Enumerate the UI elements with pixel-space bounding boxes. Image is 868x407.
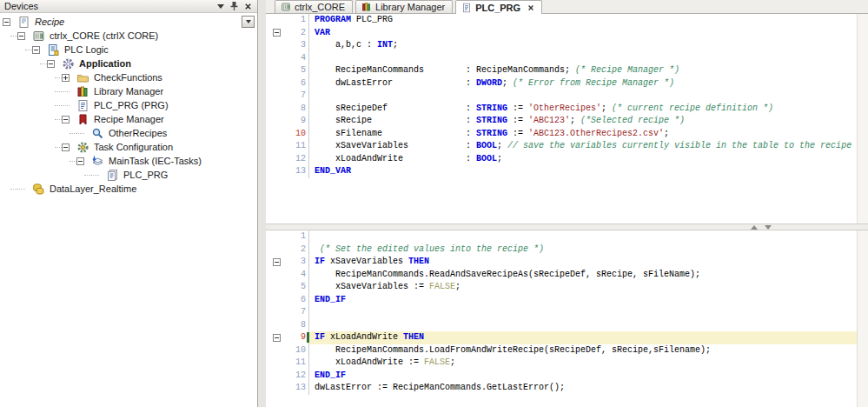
token-pl: ; [450, 357, 455, 367]
line-number: 11 [287, 357, 306, 370]
code-text[interactable]: VAR [308, 27, 868, 40]
declaration-line-10: 10 sFilename : STRING := 'ABC123.OtherRe… [266, 128, 868, 141]
fold-collapse-icon[interactable] [273, 29, 281, 37]
tree-guide-line [55, 105, 62, 106]
code-text[interactable]: RecipeManCommands : RecipeManCommands; (… [308, 64, 868, 77]
code-text[interactable]: dwLastError := RecipeManCommands.GetLast… [308, 382, 868, 395]
tree-item-otherrecipes[interactable]: OtherRecipes [0, 126, 257, 140]
fold-margin [266, 357, 287, 370]
tree-guide-line [10, 189, 17, 190]
tree-item-plc-prg-prg[interactable]: PLC_PRG (PRG) [0, 98, 257, 112]
code-text[interactable]: a,b,c : INT; [308, 39, 868, 52]
tree-item-checkfunctions[interactable]: CheckFunctions [0, 70, 257, 84]
tree-item-recipe-manager[interactable]: Recipe Manager [0, 112, 257, 126]
fold-collapse-icon[interactable] [273, 258, 281, 266]
token-kw: STRING [476, 116, 507, 125]
collapse-icon[interactable] [32, 46, 40, 54]
code-text[interactable] [308, 90, 868, 103]
device-version-dropdown[interactable] [242, 16, 255, 28]
tree-item-label: Recipe [34, 17, 64, 27]
code-text[interactable]: END_IF [308, 294, 868, 307]
program-icon [461, 3, 472, 13]
tree-item-library-manager[interactable]: Library Manager [0, 84, 257, 98]
tree-item-maintask-iec-tasks[interactable]: MainTask (IEC-Tasks) [0, 154, 257, 168]
fold-margin [266, 281, 287, 294]
code-text[interactable] [308, 306, 868, 319]
collapse-icon[interactable] [3, 18, 10, 26]
code-text[interactable]: END_IF [308, 370, 868, 383]
expand-icon[interactable] [62, 74, 70, 82]
tree-item-recipe[interactable]: Recipe [0, 15, 257, 29]
code-text[interactable]: RecipeManCommands.LoadFromAndWriteRecipe… [308, 344, 868, 357]
line-number: 3 [287, 39, 306, 52]
tree-guide-line [91, 175, 99, 176]
line-number: 1 [287, 230, 306, 244]
code-text[interactable]: IF xLoadAndWrite THEN [308, 331, 868, 344]
fold-collapse-icon[interactable] [273, 334, 281, 342]
splitter-up-icon[interactable] [751, 225, 758, 230]
implementation-line-13: 13dwLastError := RecipeManCommands.GetLa… [266, 382, 868, 395]
line-number: 6 [287, 77, 306, 90]
implementation-line-5: 5 xSaveVariables := FALSE; [266, 281, 868, 294]
tab-ctrlx-core[interactable]: ctrlx_CORE [275, 0, 353, 13]
panel-close-button[interactable] [242, 1, 255, 12]
code-text[interactable]: xLoadAndWrite : BOOL; [308, 153, 868, 166]
fold-margin [266, 269, 287, 282]
implementation-line-9: 9IF xLoadAndWrite THEN [266, 331, 868, 344]
token-str: 'ABC123.OtherRecipes2.csv' [528, 129, 664, 138]
code-text[interactable]: RecipeManCommands.ReadAndSaveRecipeAs(sR… [308, 269, 868, 282]
collapse-icon[interactable] [62, 116, 70, 123]
code-text[interactable] [308, 230, 868, 244]
code-text[interactable] [308, 52, 868, 65]
code-text[interactable]: sRecipe : STRING := 'ABC123'; (*Selected… [308, 115, 868, 128]
code-text[interactable]: IF xSaveVariables THEN [308, 256, 868, 269]
tree-item-datalayer-realtime[interactable]: DataLayer_Realtime [0, 182, 257, 196]
token-pl: ; [393, 40, 398, 50]
collapse-icon[interactable] [76, 157, 84, 165]
editor-splitter[interactable] [266, 224, 868, 230]
devices-panel-header: Devices [0, 0, 257, 13]
code-text[interactable]: PROGRAM PLC_PRG [308, 14, 868, 27]
editor-vertical-scrollbar[interactable] [857, 14, 868, 407]
code-text[interactable]: xSaveVariables := FALSE; [308, 281, 868, 294]
fold-margin [266, 370, 287, 383]
code-text[interactable]: sFilename : STRING := 'ABC123.OtherRecip… [308, 128, 868, 141]
tree-item-ctrlx-core-ctrlx-core[interactable]: ctrlx_CORE (ctrlX CORE) [0, 29, 257, 43]
token-pl: := [507, 116, 528, 125]
code-text[interactable]: dwLastError : DWORD; (* Error from Recip… [308, 77, 868, 90]
code-text[interactable] [308, 319, 868, 332]
line-number: 3 [287, 256, 306, 269]
tab-close-icon[interactable] [527, 4, 534, 11]
tree-item-plc-logic[interactable]: PLC Logic [0, 43, 257, 57]
token-cmt: (* Error from Recipe Manager *) [513, 78, 674, 88]
tree-item-application[interactable]: Application [0, 57, 257, 70]
token-kw: STRING [476, 129, 507, 138]
splitter-down-icon[interactable] [765, 225, 772, 230]
declaration-line-7: 7 [266, 90, 868, 103]
token-cst: FALSE [429, 282, 455, 291]
code-text[interactable]: sRecipeDef : STRING := 'OtherRecipes'; (… [308, 103, 868, 116]
code-text[interactable]: xSaveVariables : BOOL; // save the varia… [308, 140, 868, 153]
fold-margin [266, 294, 287, 307]
tab-plc-prg[interactable]: PLC_PRG [455, 0, 542, 14]
collapse-icon[interactable] [17, 32, 25, 40]
panel-menu-button[interactable] [214, 1, 227, 12]
code-text[interactable]: END_VAR [308, 165, 868, 178]
token-pl: := [507, 103, 528, 113]
tree-guide-line [25, 50, 32, 50]
tree-item-task-configuration[interactable]: Task Configuration [0, 140, 257, 154]
token-pl: ; [455, 282, 461, 291]
tab-label: Library Manager [375, 2, 445, 12]
panel-pin-button[interactable] [228, 1, 241, 12]
fold-margin [266, 128, 287, 141]
tree-item-plc-prg[interactable]: PLC_PRG [0, 168, 257, 182]
tab-library-manager[interactable]: Library Manager [355, 0, 453, 13]
tree-guide-line [84, 175, 91, 176]
collapse-icon[interactable] [62, 143, 70, 151]
code-text[interactable]: (* Set the edited values into the recipe… [308, 244, 868, 257]
fold-margin [266, 256, 287, 269]
code-text[interactable]: xLoadAndWrite := FALSE; [308, 357, 868, 370]
line-number: 5 [287, 281, 306, 294]
line-number: 13 [287, 382, 306, 395]
collapse-icon[interactable] [47, 60, 55, 68]
